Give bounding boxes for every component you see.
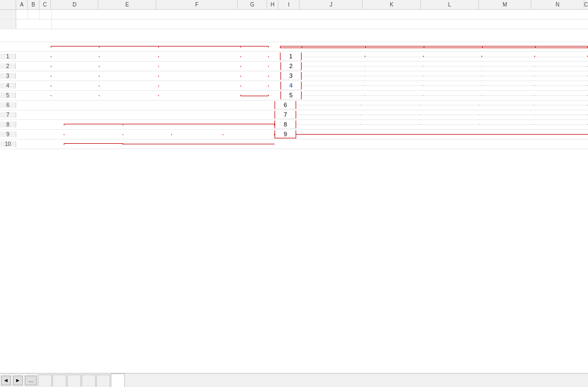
amort-end-bal-5	[365, 95, 424, 96]
tab-inventory[interactable]	[52, 375, 66, 386]
tab-customer-data[interactable]	[82, 375, 96, 386]
row-num-12: 8	[0, 122, 16, 128]
term-rate-blank	[64, 134, 123, 135]
row-num-13: 9	[0, 131, 16, 137]
cell-b1[interactable]	[28, 10, 40, 19]
row-4	[0, 42, 588, 52]
tab-salestrans[interactable]	[67, 375, 81, 386]
col-header-h: H	[267, 0, 278, 9]
row-num-14: 10	[0, 141, 16, 147]
tab-miscinfo[interactable]	[96, 375, 110, 386]
info-loanamt-label	[51, 85, 98, 86]
info-monthly-value	[240, 76, 269, 77]
term-val-4	[123, 134, 172, 135]
cell-rest-2	[52, 19, 588, 29]
amort-ann-pay-2	[535, 66, 588, 66]
row-9: 5 5	[0, 91, 588, 101]
amort-header-end-bal	[365, 46, 424, 48]
amort-int-paid-2	[482, 66, 535, 66]
tab-bar: ◄ ► ...	[0, 373, 588, 387]
info-payyr-label	[158, 66, 240, 67]
amort-paid-prin-3	[424, 76, 482, 76]
info-monthly-label	[158, 76, 240, 77]
tab-nav-dots[interactable]: ...	[25, 376, 37, 385]
amort-end-bal-4	[365, 85, 424, 86]
amort-header-year	[280, 46, 301, 48]
row-num-10: 6	[0, 102, 16, 108]
row-3	[0, 29, 588, 42]
row-num-5: 1	[0, 54, 16, 59]
amort-beg-bal-3	[302, 76, 365, 76]
col-header-d: D	[51, 0, 98, 9]
row-12: 8 8	[0, 120, 588, 130]
varying-title	[52, 115, 275, 116]
info-totint-value	[240, 85, 269, 86]
cell-c1[interactable]	[40, 10, 52, 19]
blank-rate-header	[64, 124, 123, 125]
amort-beg-bal-5	[302, 95, 365, 96]
amort-paid-prin-4	[424, 85, 482, 86]
row-num-8: 4	[0, 83, 16, 89]
row-num-1	[0, 10, 16, 19]
row-1	[0, 10, 588, 19]
col-header-k: K	[363, 0, 420, 9]
row-num-9: 5	[0, 92, 16, 98]
info-annrate-label	[158, 46, 240, 48]
col-header-b: B	[28, 0, 39, 9]
row-10: 6 6	[0, 101, 588, 110]
tab-monthly-payment-calculator[interactable]	[111, 373, 125, 388]
info-termyr-value	[240, 56, 269, 57]
info-loanamt-value	[99, 85, 158, 86]
rate-row-1	[64, 143, 123, 145]
term-label	[123, 124, 275, 125]
cell-rest-1	[52, 10, 588, 19]
col-header-j: J	[299, 0, 363, 9]
row-14: 10	[0, 139, 588, 149]
tab-nav-left[interactable]: ◄	[1, 376, 11, 385]
amort-beg-bal-2	[302, 66, 365, 66]
row-8: 4 4	[0, 81, 588, 91]
info-price-label	[51, 66, 98, 67]
amort-ann-pay-3	[535, 76, 588, 76]
tab-nav-right[interactable]: ►	[13, 376, 23, 385]
tab-documentation[interactable]	[38, 375, 52, 386]
amort-header-int-paid	[482, 46, 535, 48]
amort-paid-prin-5	[424, 95, 482, 96]
info-blank-value	[99, 95, 158, 96]
col-header-l: L	[421, 0, 479, 9]
amort-ann-pay-4	[535, 85, 588, 86]
amort-year-4: 4	[280, 82, 302, 90]
amort-year-8: 8	[275, 121, 296, 129]
row-7: 3 3	[0, 71, 588, 81]
col-header-a: A	[16, 0, 28, 9]
amort-int-paid-1	[482, 56, 535, 57]
amort-year-1: 1	[280, 52, 301, 61]
amort-ann-pay-5	[535, 95, 588, 96]
amort-end-bal-3	[365, 76, 424, 76]
col-header-m: M	[479, 0, 531, 9]
info-price-value	[99, 66, 158, 67]
info-payyr-value	[240, 66, 269, 67]
amort-year-2: 2	[280, 62, 302, 70]
amort-paid-prin-2	[424, 66, 482, 66]
amort-end-bal-2	[365, 66, 424, 66]
amort-beg-bal-1	[302, 56, 365, 57]
amort-paid-prin-1	[424, 56, 482, 57]
cell-a1[interactable]	[16, 10, 28, 19]
info-annrate-value	[240, 46, 269, 48]
col-header-i: I	[278, 0, 299, 9]
info-date-value	[99, 46, 158, 48]
row-num-11: 7	[0, 112, 16, 118]
subtotal-paid	[420, 144, 480, 145]
subtotal-annual	[534, 144, 588, 145]
amort-header-beg-bal	[302, 46, 365, 48]
amort-int-paid-4	[482, 85, 535, 86]
row-5: 1 1	[0, 52, 588, 62]
col-header-o: C	[584, 0, 588, 9]
term-val-6	[223, 134, 275, 135]
info-downpmt-value	[99, 76, 158, 77]
row-6: 2 2	[0, 62, 588, 71]
amort-year-5: 5	[280, 91, 302, 99]
amort-ann-pay-1	[535, 56, 588, 57]
row-11: 7 7	[0, 110, 588, 120]
